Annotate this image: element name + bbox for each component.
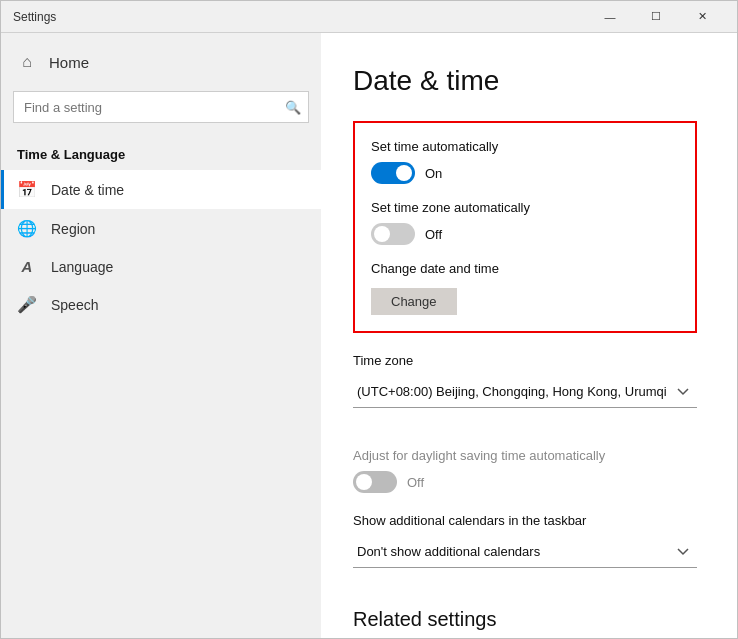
set-timezone-auto-toggle[interactable] — [371, 223, 415, 245]
window-controls: — ☐ ✕ — [587, 1, 725, 33]
daylight-row: Off — [353, 471, 697, 493]
close-button[interactable]: ✕ — [679, 1, 725, 33]
daylight-state: Off — [407, 475, 424, 490]
sidebar-item-speech[interactable]: 🎤 Speech — [1, 285, 321, 324]
globe-icon: 🌐 — [17, 219, 37, 238]
translate-icon: A — [17, 258, 37, 275]
set-time-auto-state: On — [425, 166, 442, 181]
toggle-thumb-time — [396, 165, 412, 181]
home-icon — [17, 53, 37, 71]
settings-window: Settings — ☐ ✕ Home 🔍 Time & Language 📅 … — [0, 0, 738, 639]
main-panel: Date & time Set time automatically On Se… — [321, 33, 737, 638]
set-time-auto-label: Set time automatically — [371, 139, 679, 154]
titlebar: Settings — ☐ ✕ — [1, 1, 737, 33]
set-time-auto-toggle[interactable] — [371, 162, 415, 184]
sidebar-region-label: Region — [51, 221, 95, 237]
search-icon: 🔍 — [285, 100, 301, 115]
minimize-button[interactable]: — — [587, 1, 633, 33]
set-timezone-auto-label: Set time zone automatically — [371, 200, 679, 215]
sidebar-item-home[interactable]: Home — [1, 41, 321, 83]
mic-icon: 🎤 — [17, 295, 37, 314]
toggle-thumb-timezone — [374, 226, 390, 242]
highlight-box: Set time automatically On Set time zone … — [353, 121, 697, 333]
sidebar-item-language[interactable]: A Language — [1, 248, 321, 285]
sidebar-home-label: Home — [49, 54, 89, 71]
sidebar-date-time-label: Date & time — [51, 182, 124, 198]
timezone-label: Time zone — [353, 353, 697, 368]
change-button[interactable]: Change — [371, 288, 457, 315]
additional-calendars-section: Show additional calendars in the taskbar… — [353, 513, 697, 588]
daylight-toggle[interactable] — [353, 471, 397, 493]
related-settings-section: Related settings Date, time, & regional … — [353, 608, 697, 638]
set-time-auto-row: On — [371, 162, 679, 184]
maximize-button[interactable]: ☐ — [633, 1, 679, 33]
daylight-label: Adjust for daylight saving time automati… — [353, 448, 697, 463]
content-area: Home 🔍 Time & Language 📅 Date & time 🌐 R… — [1, 33, 737, 638]
daylight-section: Adjust for daylight saving time automati… — [353, 448, 697, 493]
sidebar-speech-label: Speech — [51, 297, 98, 313]
search-input[interactable] — [13, 91, 309, 123]
sidebar: Home 🔍 Time & Language 📅 Date & time 🌐 R… — [1, 33, 321, 638]
sidebar-section-label: Time & Language — [1, 131, 321, 170]
search-container: 🔍 — [13, 91, 309, 123]
related-settings-title: Related settings — [353, 608, 697, 631]
timezone-dropdown[interactable]: (UTC+08:00) Beijing, Chongqing, Hong Kon… — [353, 376, 697, 408]
sidebar-item-date-time[interactable]: 📅 Date & time — [1, 170, 321, 209]
timezone-section: Time zone (UTC+08:00) Beijing, Chongqing… — [353, 353, 697, 428]
set-timezone-auto-state: Off — [425, 227, 442, 242]
sidebar-item-region[interactable]: 🌐 Region — [1, 209, 321, 248]
calendar-icon: 📅 — [17, 180, 37, 199]
additional-calendars-dropdown[interactable]: Don't show additional calendars — [353, 536, 697, 568]
window-title: Settings — [13, 10, 587, 24]
additional-calendars-label: Show additional calendars in the taskbar — [353, 513, 697, 528]
page-title: Date & time — [353, 65, 697, 97]
set-timezone-auto-row: Off — [371, 223, 679, 245]
toggle-thumb-daylight — [356, 474, 372, 490]
sidebar-language-label: Language — [51, 259, 113, 275]
change-date-time-label: Change date and time — [371, 261, 679, 276]
